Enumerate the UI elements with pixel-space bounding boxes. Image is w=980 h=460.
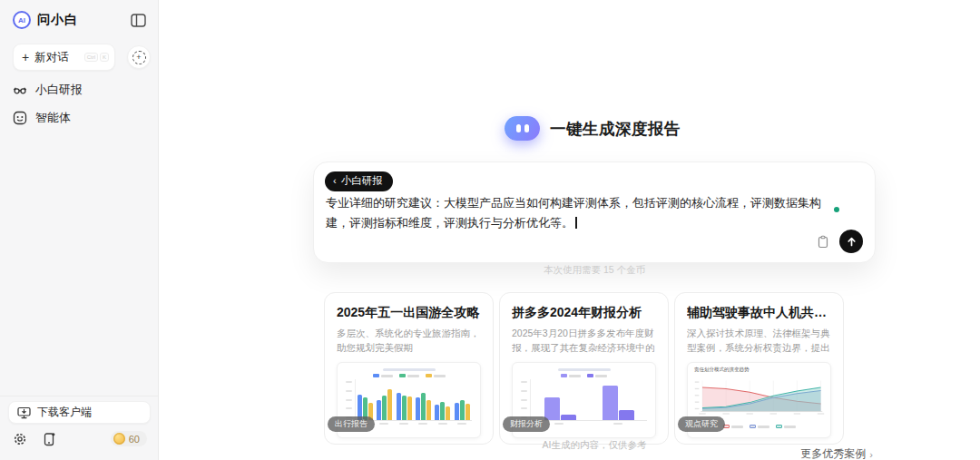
app-window: AI 问小白 + 新对话 Ctrl K + 小白研报 智能体 (0, 0, 980, 460)
download-client-button[interactable]: 下载客户端 (8, 401, 151, 424)
chevron-right-icon: › (869, 449, 873, 460)
card-tag-badge: 出行报告 (328, 416, 375, 432)
back-chevron-icon: ‹ (333, 176, 337, 186)
example-card-travel[interactable]: 2025年五一出国游全攻略 多层次、系统化的专业旅游指南，助您规划完美假期 出行… (324, 292, 494, 445)
page-title: 一键生成深度报告 (550, 118, 681, 140)
coin-balance-badge[interactable]: 60 (111, 431, 147, 446)
card-tag-badge: 财报分析 (503, 416, 550, 432)
card-description: 多层次、系统化的专业旅游指南，助您规划完美假期 (337, 326, 481, 356)
card-title: 拼多多2024年财报分析 (512, 305, 656, 321)
cost-hint: 本次使用需要 15 个金币 (313, 264, 876, 277)
collapse-sidebar-icon[interactable] (131, 14, 146, 27)
clipboard-icon[interactable] (817, 235, 829, 249)
dashed-plus-icon: + (132, 51, 146, 64)
status-dot (834, 207, 839, 212)
card-description: 2025年3月20日拼多多发布年度财报，展现了其在复杂经济环境中的强劲表现 (512, 326, 656, 356)
app-title: 问小白 (37, 12, 78, 28)
glasses-icon (13, 83, 27, 97)
example-card-finance[interactable]: 拼多多2024年财报分析 2025年3月20日拼多多发布年度财报，展现了其在复杂… (499, 292, 669, 445)
app-logo: AI 问小白 (13, 11, 78, 29)
card-description: 深入探讨技术原理、法律框架与典型案例，系统分析权责边界，提出规范建议 (687, 326, 831, 356)
example-card-driving[interactable]: 辅助驾驶事故中人机共驾... 深入探讨技术原理、法律框架与典型案例，系统分析权责… (674, 292, 844, 445)
new-agent-button[interactable]: + (127, 45, 151, 69)
logo-icon: AI (13, 11, 31, 29)
ai-disclaimer: AI生成的内容，仅供参考 (313, 439, 876, 452)
send-button[interactable] (839, 230, 863, 253)
sidebar-item-agents[interactable]: 智能体 (13, 110, 71, 126)
prompt-composer[interactable]: ‹ 小白研报 专业详细的研究建议：大模型产品应当如何构建评测体系，包括评测的核心… (313, 161, 876, 263)
card-title: 2025年五一出国游全攻略 (337, 305, 481, 321)
settings-gear-icon[interactable] (13, 432, 27, 446)
more-examples-link[interactable]: 更多优秀案例 › (800, 446, 873, 460)
kbd-k: K (100, 53, 109, 62)
download-desktop-icon (17, 406, 31, 419)
composer-actions (817, 230, 863, 253)
mode-badge-label: 小白研报 (341, 174, 383, 188)
sidebar: AI 问小白 + 新对话 Ctrl K + 小白研报 智能体 (0, 0, 159, 460)
plus-icon: + (22, 51, 29, 64)
prompt-input[interactable]: 专业详细的研究建议：大模型产品应当如何构建评测体系，包括评测的核心流程，评测数据… (326, 193, 833, 233)
text-caret (575, 217, 577, 229)
prompt-text: 专业详细的研究建议：大模型产品应当如何构建评测体系，包括评测的核心流程，评测数据… (326, 196, 821, 230)
arrow-up-icon (846, 236, 858, 248)
card-title: 辅助驾驶事故中人机共驾... (687, 305, 831, 321)
coin-icon (113, 433, 125, 445)
new-chat-button[interactable]: + 新对话 Ctrl K (13, 44, 115, 71)
mode-badge-research[interactable]: ‹ 小白研报 (325, 171, 393, 191)
sidebar-item-research-report[interactable]: 小白研报 (13, 82, 83, 98)
shortcut-hint: Ctrl K (84, 53, 109, 62)
sidebar-footer: 下载客户端 60 (0, 396, 158, 460)
smiley-icon (13, 111, 27, 125)
card-tag-badge: 观点研究 (678, 416, 725, 432)
coin-count: 60 (129, 434, 140, 445)
mobile-app-icon[interactable] (43, 432, 56, 446)
hero: 一键生成深度报告 (505, 116, 681, 141)
ai-blob-icon (505, 116, 540, 141)
kbd-ctrl: Ctrl (84, 53, 98, 62)
